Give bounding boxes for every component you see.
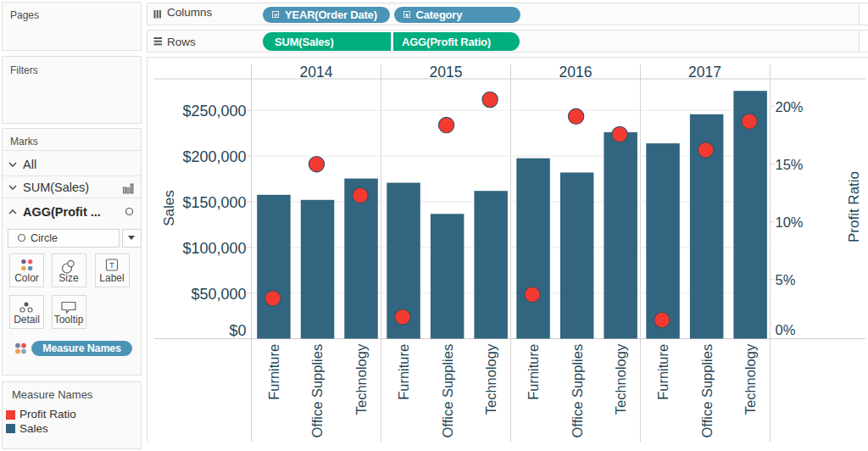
svg-text:Technology: Technology [613,343,628,415]
svg-text:5%: 5% [776,272,796,287]
svg-text:Profit Ratio: Profit Ratio [846,171,862,242]
svg-text:Technology: Technology [743,343,758,415]
svg-text:Furniture: Furniture [266,344,281,400]
svg-text:20%: 20% [776,99,804,114]
svg-text:$0: $0 [229,322,246,339]
svg-text:Sales: Sales [161,190,177,226]
svg-text:$150,000: $150,000 [182,194,246,211]
svg-text:Technology: Technology [353,343,369,415]
svg-text:2015: 2015 [430,64,463,81]
svg-text:Office Supplies: Office Supplies [309,344,325,438]
svg-text:Furniture: Furniture [396,344,411,400]
svg-text:2017: 2017 [688,64,721,81]
svg-text:Office Supplies: Office Supplies [570,344,585,438]
svg-text:Technology: Technology [483,343,498,415]
svg-text:Furniture: Furniture [655,344,670,400]
svg-text:Office Supplies: Office Supplies [440,344,455,438]
svg-text:$50,000: $50,000 [191,286,246,303]
svg-text:0%: 0% [776,322,796,337]
svg-text:15%: 15% [776,157,804,172]
svg-text:10%: 10% [776,214,804,230]
svg-text:$200,000: $200,000 [182,148,246,165]
svg-text:$250,000: $250,000 [182,103,246,120]
svg-text:2016: 2016 [559,64,593,81]
svg-text:Furniture: Furniture [526,344,541,400]
svg-text:Office Supplies: Office Supplies [699,344,715,438]
svg-text:$100,000: $100,000 [182,240,246,257]
svg-text:2014: 2014 [300,64,333,81]
